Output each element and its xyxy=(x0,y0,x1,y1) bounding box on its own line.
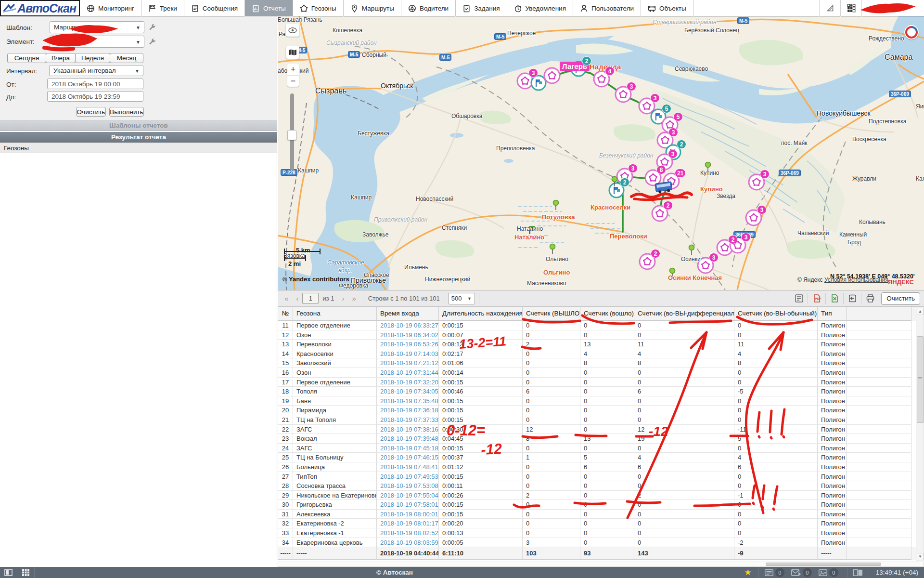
element-select[interactable]: ▼ xyxy=(50,36,144,48)
sidebar-toggle-button[interactable] xyxy=(0,567,17,578)
quick-yesterday-button[interactable]: Вчера xyxy=(46,53,76,63)
cell: 0:08:13 xyxy=(439,340,523,349)
cell: Полигон xyxy=(818,434,847,444)
table-vscrollbar[interactable]: ▲ ▼ xyxy=(916,307,924,561)
report-view-button[interactable] xyxy=(792,292,806,305)
ruler-icon-button[interactable] xyxy=(819,0,840,16)
cell[interactable]: 2018-10-19 07:55:04 xyxy=(377,491,439,500)
tab-мониторинг[interactable]: Мониторинг xyxy=(80,0,141,16)
quick-today-button[interactable]: Сегодня xyxy=(7,53,46,63)
prev-page-button[interactable]: ‹ xyxy=(292,294,302,302)
table-row: 25ТЦ на Больницу2018-10-19 07:46:150:00:… xyxy=(278,453,916,462)
map-compass-logo[interactable] xyxy=(904,25,919,39)
tab-отчеты[interactable]: Отчеты xyxy=(245,0,293,16)
favorites-star-icon[interactable]: ★ xyxy=(744,567,752,578)
tab-объекты[interactable]: Объекты xyxy=(641,0,693,16)
cell[interactable]: 2018-10-19 07:48:41 xyxy=(377,462,439,472)
section-report-templates[interactable]: Шаблоны отчетов xyxy=(0,120,277,131)
cell[interactable]: 2018-10-19 08:02:52 xyxy=(377,528,439,538)
import-button[interactable] xyxy=(846,292,859,305)
element-settings-icon[interactable] xyxy=(147,37,157,47)
layers-button[interactable] xyxy=(286,46,299,59)
cell: 0 xyxy=(580,444,634,453)
clear-form-button[interactable]: Очистить xyxy=(76,107,106,117)
map[interactable]: КошелевкаСызранский районСборныйПечерско… xyxy=(278,16,924,290)
next-page-button[interactable]: › xyxy=(338,294,348,302)
table-row: 21ТЦ на Тополя2018-10-19 07:37:330:00:15… xyxy=(278,415,916,425)
cell[interactable]: 2018-10-19 08:00:01 xyxy=(377,510,439,519)
interval-select[interactable]: Указанный интервал▼ xyxy=(49,65,143,76)
from-input[interactable]: 2018 Октябрь 19 00:00 xyxy=(47,79,143,89)
tab-геозоны[interactable]: Геозоны xyxy=(293,0,344,16)
to-input[interactable]: 2018 Октябрь 19 23:59 xyxy=(47,91,143,102)
cell[interactable]: 2018-10-19 06:33:27 xyxy=(377,321,439,330)
cell[interactable]: 2018-10-19 07:21:12 xyxy=(377,358,439,368)
cell[interactable]: 2018-10-19 07:39:48 xyxy=(377,434,439,444)
col-header: Геозона xyxy=(293,307,377,321)
cell: Полигон xyxy=(818,387,847,396)
cell[interactable]: 2018-10-19 07:34:05 xyxy=(377,387,439,396)
run-report-button[interactable]: Выполнить xyxy=(109,107,144,117)
table-hscrollbar[interactable] xyxy=(278,562,924,567)
cell[interactable]: 2018-10-19 08:03:59 xyxy=(377,538,439,548)
zoom-slider-thumb[interactable] xyxy=(287,130,296,140)
page-size-select[interactable]: 500▼ xyxy=(448,293,475,304)
cell[interactable]: 2018-10-19 07:35:48 xyxy=(377,396,439,406)
tab-маршруты[interactable]: Маршруты xyxy=(344,0,401,16)
cell[interactable]: 2018-10-19 07:14:03 xyxy=(377,349,439,359)
tab-уведомления[interactable]: Уведомления xyxy=(507,0,573,16)
first-page-button[interactable]: « xyxy=(281,294,292,302)
tab-водители[interactable]: Водители xyxy=(401,0,456,16)
print-button[interactable] xyxy=(863,292,877,305)
cell[interactable]: 2018-10-19 06:53:26 xyxy=(377,340,439,349)
cell: 0 xyxy=(523,444,580,453)
cell[interactable]: 2018-10-19 07:49:53 xyxy=(377,472,439,482)
zoom-out-button[interactable]: − xyxy=(287,75,299,87)
quick-month-button[interactable]: Месяц xyxy=(110,53,143,63)
reports-counter-icon[interactable] xyxy=(765,567,773,578)
tab-сообщения[interactable]: Сообщения xyxy=(184,0,245,16)
section-report-result[interactable]: Результат отчета xyxy=(0,132,277,143)
cell: Никольское на Екатериновку xyxy=(293,491,377,500)
cell: 0 xyxy=(580,387,634,396)
tab-задания[interactable]: Задания xyxy=(456,0,507,16)
tab-треки[interactable]: Треки xyxy=(141,0,184,16)
tab-пользователи[interactable]: Пользователи xyxy=(573,0,641,16)
template-settings-icon[interactable] xyxy=(147,23,157,32)
panel-toggle-icon[interactable] xyxy=(853,567,863,578)
cell: 0 xyxy=(634,538,734,548)
messages-counter-icon[interactable] xyxy=(791,567,801,578)
cell[interactable]: 2018-10-19 07:32:20 xyxy=(377,378,439,387)
cell[interactable]: 2018-10-19 08:01:17 xyxy=(377,519,439,528)
photos-counter-icon[interactable] xyxy=(819,567,827,578)
page-input[interactable]: 1 xyxy=(302,293,319,304)
last-page-button[interactable]: » xyxy=(348,294,359,302)
map-label: Сызранский район xyxy=(326,39,377,46)
cell[interactable]: 2018-10-19 07:46:15 xyxy=(377,453,439,462)
clear-report-button[interactable]: Очистить xyxy=(881,292,920,305)
export-excel-button[interactable] xyxy=(828,292,841,305)
cell: 0 xyxy=(580,538,634,548)
cell[interactable]: 2018-10-19 06:34:02 xyxy=(377,330,439,340)
cell[interactable]: 2018-10-19 07:58:01 xyxy=(377,500,439,510)
copyright: © Автоскан xyxy=(376,569,413,576)
cell[interactable]: 2018-10-19 07:45:18 xyxy=(377,444,439,453)
zoom-in-button[interactable]: + xyxy=(287,64,299,75)
cell[interactable]: 2018-10-19 07:31:44 xyxy=(377,368,439,378)
template-select[interactable]: Маршруты▼ xyxy=(50,21,144,33)
apps-grid-button[interactable] xyxy=(840,0,861,16)
export-pdf-button[interactable]: PDF xyxy=(810,292,823,305)
cell[interactable]: 2018-10-19 07:37:33 xyxy=(377,415,439,425)
apps-button[interactable] xyxy=(17,567,35,578)
cell[interactable]: 2018-10-19 07:36:18 xyxy=(377,406,439,415)
result-item-geozones[interactable]: Геозоны xyxy=(0,143,277,153)
quick-week-button[interactable]: Неделя xyxy=(75,53,110,63)
map-label: Берёзовый Солонец xyxy=(684,27,739,34)
table-row: 17Первое отделение2018-10-19 07:32:200:0… xyxy=(278,378,916,387)
user-menu[interactable] xyxy=(861,0,924,16)
cell: Озон xyxy=(293,368,377,378)
cell[interactable]: 2018-10-19 07:53:08 xyxy=(377,481,439,491)
cell[interactable]: 2018-10-19 07:38:16 xyxy=(377,425,439,434)
visibility-button[interactable] xyxy=(286,24,299,37)
marker-count-badge: 2 xyxy=(728,235,738,244)
